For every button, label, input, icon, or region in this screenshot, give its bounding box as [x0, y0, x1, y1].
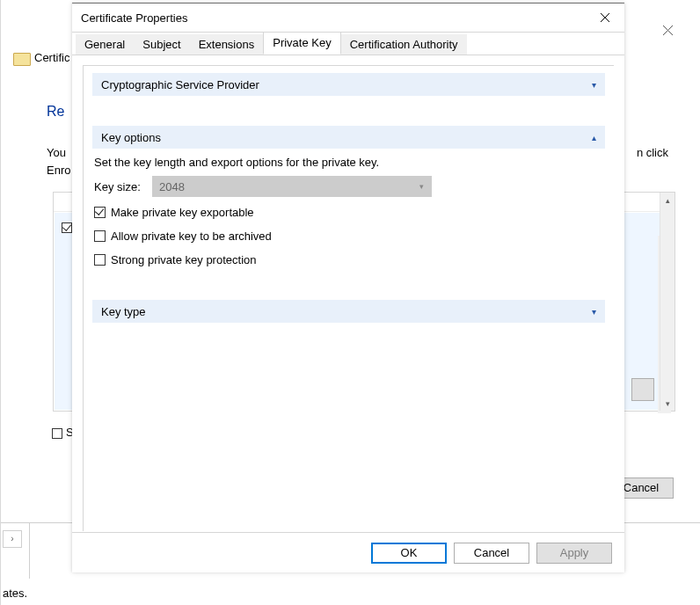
- dropdown-icon: ▾: [414, 176, 428, 197]
- outer-scrollbar[interactable]: ▴ ▾: [660, 193, 674, 411]
- instruction-text-2: Enro: [47, 164, 70, 177]
- checkbox-archived[interactable]: Allow private key to be archived: [94, 230, 605, 243]
- tab-general[interactable]: General: [76, 34, 134, 55]
- chevron-up-icon: [592, 133, 596, 142]
- dialog-button-bar: OK Cancel Apply: [72, 532, 624, 572]
- checkbox-box[interactable]: [94, 207, 106, 218]
- scroll-down-icon[interactable]: ▾: [660, 396, 675, 411]
- checkbox-box[interactable]: [94, 254, 106, 266]
- section-csp[interactable]: Cryptographic Service Provider: [92, 73, 605, 96]
- keysize-select[interactable]: 2048 ▾: [152, 176, 432, 197]
- tabstrip: General Subject Extensions Private Key C…: [72, 32, 624, 55]
- close-icon[interactable]: [653, 25, 682, 39]
- chevron-down-icon: [592, 80, 596, 90]
- close-button[interactable]: [586, 4, 624, 32]
- scroll-up-icon[interactable]: ▴: [660, 193, 675, 208]
- section-keytype-title: Key type: [101, 305, 592, 318]
- private-key-panel: Cryptographic Service Provider Key optio…: [83, 65, 614, 531]
- keysize-label: Key size:: [94, 180, 152, 193]
- checkbox-label: Allow private key to be archived: [111, 230, 272, 243]
- app-title-fragment: Certific: [34, 51, 69, 64]
- status-text-fragment: ates.: [3, 587, 27, 600]
- section-keyoptions[interactable]: Key options: [92, 126, 605, 149]
- section-keytype[interactable]: Key type: [92, 300, 605, 323]
- tab-body: Cryptographic Service Provider Key optio…: [72, 55, 624, 532]
- dialog-title: Certificate Properties: [81, 11, 586, 25]
- close-icon: [600, 12, 610, 23]
- tab-certification-authority[interactable]: Certification Authority: [341, 34, 467, 55]
- instruction-text-right: n click: [637, 146, 668, 159]
- apply-button[interactable]: Apply: [536, 543, 612, 564]
- certificate-icon: [13, 53, 31, 66]
- titlebar[interactable]: Certificate Properties: [72, 4, 624, 32]
- tab-subject[interactable]: Subject: [134, 34, 189, 55]
- cancel-button[interactable]: Cancel: [454, 543, 529, 564]
- checkbox-box[interactable]: [52, 428, 62, 439]
- separator: [29, 523, 30, 579]
- keysize-value: 2048: [159, 180, 185, 193]
- checkbox-label: Strong private key protection: [111, 253, 256, 266]
- ok-button[interactable]: OK: [371, 543, 447, 564]
- page-heading-fragment: Re: [47, 104, 64, 120]
- tab-extensions[interactable]: Extensions: [190, 34, 264, 55]
- checkbox-box[interactable]: [94, 230, 106, 242]
- keyoptions-description: Set the key length and export options fo…: [94, 156, 605, 169]
- tab-private-key[interactable]: Private Key: [263, 32, 340, 55]
- keysize-row: Key size: 2048 ▾: [94, 176, 605, 197]
- certificate-properties-dialog: Certificate Properties General Subject E…: [72, 3, 624, 572]
- chevron-down-icon: [592, 307, 596, 317]
- checkbox-label: Make private key exportable: [111, 206, 254, 219]
- section-keyoptions-title: Key options: [101, 131, 592, 144]
- section-csp-title: Cryptographic Service Provider: [101, 78, 592, 91]
- checkbox-exportable[interactable]: Make private key exportable: [94, 206, 605, 219]
- list-row-checkbox[interactable]: [62, 222, 72, 233]
- checkbox-strong-protection[interactable]: Strong private key protection: [94, 253, 605, 266]
- properties-button-fragment[interactable]: [631, 378, 654, 401]
- instruction-text-1: You: [47, 146, 66, 159]
- nav-expand-button[interactable]: ›: [3, 530, 22, 548]
